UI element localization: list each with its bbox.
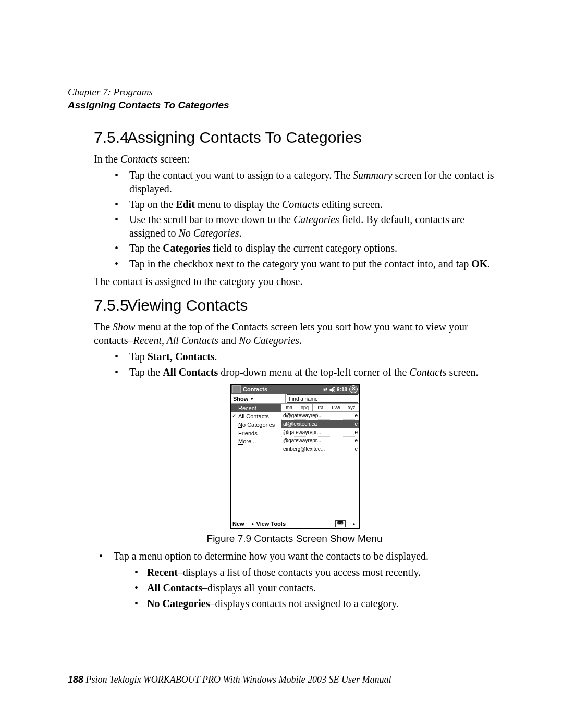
- bullet-755-1: Tap Start, Contacts.: [115, 350, 495, 364]
- sub-bullet-all: All Contacts–displays all your contacts.: [134, 581, 495, 595]
- bullets-755b: Tap a menu option to determine how you w…: [99, 550, 495, 610]
- device-titlebar: Contacts ⇄ ◀ξ 9:18 ✕: [231, 385, 359, 394]
- device-right: mn opq rst uvw xyz d@gatewayrep...e al@l…: [282, 404, 359, 519]
- bullet-754-3: Use the scroll bar to move down to the C…: [115, 213, 495, 240]
- heading-755: 7.5.5Viewing Contacts: [94, 297, 495, 314]
- content: 7.5.4Assigning Contacts To Categories In…: [94, 129, 495, 610]
- page-number: 188: [68, 674, 83, 685]
- device-screenshot: Contacts ⇄ ◀ξ 9:18 ✕ Show▼ Find a name: [230, 384, 360, 529]
- para-755-1: The Show menu at the top of the Contacts…: [94, 320, 495, 347]
- clock-label: 9:18: [337, 387, 347, 392]
- app-title: Contacts: [243, 386, 267, 392]
- bullet-755-2: Tap the All Contacts drop-down menu at t…: [115, 366, 495, 379]
- page-footer: 188 Psion Teklogix WORKABOUT PRO With Wi…: [68, 674, 391, 685]
- page: Chapter 7: Programs Assigning Contacts T…: [0, 0, 563, 728]
- sub-bullet-nocat: No Categories–displays contacts not assi…: [134, 597, 495, 610]
- menu-item-all-contacts[interactable]: All Contacts: [231, 412, 281, 421]
- sub-bullets-755: Recent–displays a list of those contacts…: [134, 565, 495, 610]
- chevron-up-icon[interactable]: ▲: [251, 522, 255, 526]
- show-menu: Recent All Contacts No Categories Friend…: [231, 404, 282, 519]
- heading-754-title: Assigning Contacts To Categories: [127, 129, 362, 146]
- bullets-754: Tap the contact you want to assign to a …: [115, 169, 495, 270]
- tools-button[interactable]: Tools: [271, 521, 286, 527]
- find-name-input[interactable]: Find a name: [287, 394, 358, 403]
- bullets-755a: Tap Start, Contacts. Tap the All Contact…: [115, 350, 495, 379]
- sub-bullet-recent: Recent–displays a list of those contacts…: [134, 565, 495, 579]
- outro-754: The contact is assigned to the category …: [94, 275, 495, 289]
- menu-item-recent[interactable]: Recent: [231, 404, 281, 412]
- alpha-tab[interactable]: mn: [282, 404, 297, 411]
- chevron-up-icon[interactable]: ▲: [352, 522, 356, 526]
- connectivity-icon: ⇄: [323, 387, 327, 392]
- figure-caption: Figure 7.9 Contacts Screen Show Menu: [94, 533, 495, 545]
- heading-755-title: Viewing Contacts: [127, 297, 248, 314]
- alpha-tabs: mn opq rst uvw xyz: [282, 404, 359, 412]
- figure-7-9: Contacts ⇄ ◀ξ 9:18 ✕ Show▼ Find a name: [230, 384, 359, 529]
- device-toolbar: Show▼ Find a name: [231, 394, 359, 404]
- alpha-tab[interactable]: xyz: [344, 404, 359, 411]
- bullet-754-5: Tap in the checkbox next to the category…: [115, 257, 495, 271]
- menu-item-friends[interactable]: Friends: [231, 429, 281, 437]
- running-header-section: Assigning Contacts To Categories: [68, 100, 495, 111]
- intro-754: In the Contacts screen:: [94, 153, 495, 166]
- heading-754: 7.5.4Assigning Contacts To Categories: [94, 129, 495, 146]
- alpha-tab[interactable]: uvw: [328, 404, 344, 411]
- volume-icon: ◀ξ: [329, 387, 335, 392]
- chevron-down-icon: ▼: [250, 397, 254, 401]
- bullet-754-4: Tap the Categories field to display the …: [115, 242, 495, 255]
- bullet-754-1: Tap the contact you want to assign to a …: [115, 169, 495, 195]
- show-dropdown[interactable]: Show▼: [231, 394, 286, 403]
- device-body: Recent All Contacts No Categories Friend…: [231, 404, 359, 519]
- alpha-tab[interactable]: rst: [313, 404, 328, 411]
- menu-item-no-categories[interactable]: No Categories: [231, 421, 281, 429]
- list-item[interactable]: al@lexitech.cae: [282, 420, 359, 428]
- list-item[interactable]: @gatewayrepr...e: [282, 437, 359, 445]
- list-item[interactable]: einberg@lexitec...e: [282, 445, 359, 453]
- bullet-755-post: Tap a menu option to determine how you w…: [99, 550, 495, 610]
- menu-item-more[interactable]: More...: [231, 437, 281, 446]
- keyboard-icon[interactable]: ⌨: [335, 520, 346, 527]
- device-bottombar: New ▲ View Tools ⌨ ▲: [231, 519, 359, 528]
- bullet-754-2: Tap on the Edit menu to display the Cont…: [115, 198, 495, 212]
- close-icon[interactable]: ✕: [349, 385, 358, 393]
- start-icon[interactable]: [232, 385, 241, 393]
- list-item[interactable]: d@gatewayrep...e: [282, 412, 359, 420]
- list-item[interactable]: @gatewayrepr...e: [282, 428, 359, 437]
- heading-755-num: 7.5.5: [94, 297, 127, 314]
- footer-text: Psion Teklogix WORKABOUT PRO With Window…: [83, 674, 391, 685]
- view-button[interactable]: View: [256, 521, 270, 527]
- running-header-chapter: Chapter 7: Programs: [68, 86, 495, 98]
- new-button[interactable]: New: [232, 521, 244, 527]
- alpha-tab[interactable]: opq: [297, 404, 313, 411]
- contacts-list: d@gatewayrep...e al@lexitech.cae @gatewa…: [282, 412, 359, 453]
- heading-754-num: 7.5.4: [94, 129, 127, 146]
